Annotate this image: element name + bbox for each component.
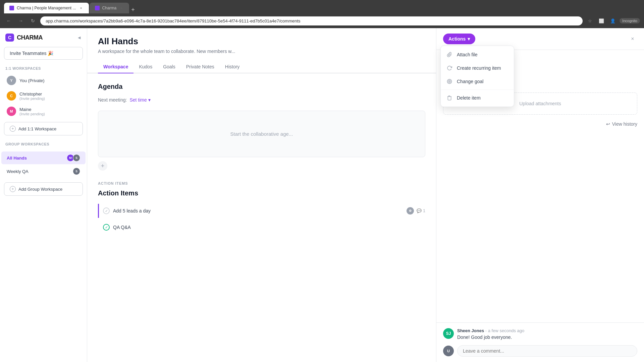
action-item-1-avatar: ⚙	[407, 207, 414, 215]
dropdown-item-delete[interactable]: Delete item	[441, 91, 514, 105]
recurring-icon	[446, 65, 453, 71]
profile-button[interactable]: 👤	[608, 16, 618, 25]
sidebar-item-christopher-name: Christopher	[19, 92, 80, 97]
extensions-button[interactable]: ⬜	[597, 16, 606, 25]
actions-dropdown: Attach file Create recurring item	[440, 46, 514, 107]
comment-text-1: Done! Good job everyone.	[457, 335, 637, 340]
sidebar-item-you[interactable]: Y You (Private)	[1, 73, 86, 88]
tab-charma-active[interactable]: Charma | People Management ... ×	[4, 3, 89, 13]
dropdown-item-change-goal[interactable]: Change goal	[441, 75, 514, 88]
check-icon-1[interactable]: ✓	[103, 207, 110, 214]
sidebar-collapse-button[interactable]: ◄	[77, 35, 82, 40]
actions-button[interactable]: Actions ▾	[443, 34, 475, 44]
sidebar: C CHARMA ◄ Invite Teammates 🎉 1:1 Worksp…	[0, 28, 87, 362]
delete-item-label: Delete item	[457, 95, 481, 101]
weekly-qa-workspace-name: Weekly QA	[7, 169, 29, 174]
tab-bar: Workspace Kudos Goals Private Notes Hist…	[87, 61, 436, 73]
back-button[interactable]: ←	[4, 16, 13, 25]
action-item-1-comment-badge: 💬 1	[417, 208, 425, 213]
sidebar-item-christopher-info: Christopher (Invite pending)	[19, 92, 80, 101]
sidebar-item-you-info: You (Private)	[19, 78, 80, 83]
comment-avatar-1: SJ	[443, 328, 454, 339]
agenda-empty-state: Start the collaborative age...	[98, 111, 425, 157]
dropdown-item-create-recurring[interactable]: Create recurring item	[441, 61, 514, 75]
action-items-header: ACTION ITEMS	[98, 181, 425, 185]
browser-chrome: Charma | People Management ... × Charma …	[0, 0, 644, 13]
logo-text: CHARMA	[17, 34, 43, 41]
page-description: A workspace for the whole team to collab…	[98, 49, 425, 54]
comment-author-1: Sheen Jones	[457, 328, 484, 333]
add-one-on-one-label: Add 1:1 Workspace	[18, 126, 56, 131]
all-hands-workspace-name: All Hands	[7, 156, 27, 161]
comment-time-1: - a few seconds ago	[485, 328, 524, 333]
add-one-on-one-workspace-button[interactable]: + Add 1:1 Workspace	[4, 122, 83, 135]
change-goal-label: Change goal	[457, 79, 483, 84]
one-on-one-section-label: 1:1 Workspaces	[0, 66, 87, 73]
reload-button[interactable]: ↻	[28, 16, 38, 25]
tab-charma-inactive[interactable]: Charma ×	[90, 3, 129, 13]
browser-tabs: Charma | People Management ... × Charma …	[4, 0, 135, 13]
group-workspaces-section-label: Group Workspaces	[0, 142, 87, 149]
action-item-text-1: Add 5 leads a day	[113, 208, 403, 214]
svg-point-2	[449, 81, 450, 82]
action-items-label: ACTION ITEMS	[98, 181, 128, 185]
add-agenda-item-button[interactable]: +	[98, 161, 107, 171]
all-hands-avatars: M S	[67, 154, 80, 162]
main-content: All Hands A workspace for the whole team…	[87, 28, 436, 362]
content-area: Agenda Next meeting: Set time ▾ Start th…	[87, 73, 436, 362]
comments-section: SJ Sheen Jones - a few seconds ago Done!…	[436, 322, 644, 362]
tab-workspace[interactable]: Workspace	[98, 61, 133, 73]
tab-history[interactable]: History	[220, 61, 245, 73]
sidebar-item-maine[interactable]: M Maine (Invite pending)	[1, 104, 86, 119]
dropdown-item-attach-file[interactable]: Attach file	[441, 48, 514, 61]
upload-label: Upload attachments	[519, 101, 561, 106]
bookmark-button[interactable]: ☆	[585, 16, 595, 25]
view-history-button[interactable]: ↩ View history	[443, 121, 637, 127]
invite-teammates-button[interactable]: Invite Teammates 🎉	[4, 47, 83, 60]
tab-favicon-inactive	[95, 6, 100, 10]
avatar-you: Y	[7, 76, 16, 85]
sidebar-item-all-hands[interactable]: All Hands M S	[1, 152, 86, 164]
weekly-qa-avatars: S	[73, 168, 80, 175]
tab-close-active[interactable]: ×	[79, 6, 84, 10]
history-icon: ↩	[606, 121, 610, 127]
address-bar-row: ← → ↻ ☆ ⬜ 👤 Incognito	[0, 13, 644, 28]
action-item-row-1[interactable]: ✓ Add 5 leads a day ⚙ 💬 1	[98, 204, 425, 218]
sidebar-item-weekly-qa[interactable]: Weekly QA S	[1, 165, 86, 178]
plus-circle-icon: +	[10, 126, 16, 132]
meeting-row: Next meeting: Set time ▾	[98, 97, 425, 103]
attach-file-icon	[446, 51, 453, 58]
agenda-section-title: Agenda	[98, 83, 425, 90]
tab-private-notes[interactable]: Private Notes	[181, 61, 220, 73]
address-input[interactable]	[40, 16, 583, 25]
actions-chevron-icon: ▾	[468, 36, 470, 42]
set-time-button[interactable]: Set time ▾	[129, 97, 150, 103]
sidebar-item-christopher-sub: (Invite pending)	[19, 97, 80, 101]
new-tab-button[interactable]: +	[131, 6, 135, 13]
action-item-row-2[interactable]: ✓ QA Q&A	[98, 221, 425, 234]
add-group-workspace-button[interactable]: + Add Group Workspace	[4, 182, 83, 196]
comment-input[interactable]	[457, 345, 637, 357]
tab-favicon-active	[9, 6, 14, 10]
tab-goals[interactable]: Goals	[158, 61, 181, 73]
change-goal-icon	[446, 78, 453, 85]
sidebar-item-christopher[interactable]: C Christopher (Invite pending)	[1, 88, 86, 103]
comment-body-1: Sheen Jones - a few seconds ago Done! Go…	[457, 328, 637, 340]
tab-close-inactive[interactable]: ×	[119, 6, 124, 10]
action-items-section: ACTION ITEMS Action Items ✓ Add 5 leads …	[98, 181, 425, 234]
sidebar-logo: C CHARMA ◄	[0, 34, 87, 47]
comment-item-1: SJ Sheen Jones - a few seconds ago Done!…	[443, 328, 637, 340]
action-item-text-2: QA Q&A	[113, 225, 425, 230]
incognito-badge: Incognito	[620, 18, 640, 23]
forward-button[interactable]: →	[16, 16, 25, 25]
tab-title-inactive: Charma	[102, 6, 117, 10]
plus-circle-group-icon: +	[10, 186, 16, 192]
check-icon-2[interactable]: ✓	[103, 224, 110, 231]
tab-kudos[interactable]: Kudos	[133, 61, 158, 73]
avatar-christopher: C	[7, 91, 16, 101]
add-group-workspace-label: Add Group Workspace	[18, 187, 62, 192]
view-history-label: View history	[612, 121, 637, 127]
comment-count: 1	[423, 208, 425, 213]
ws-avatar-2: S	[73, 154, 80, 162]
close-panel-button[interactable]: ×	[628, 34, 637, 44]
